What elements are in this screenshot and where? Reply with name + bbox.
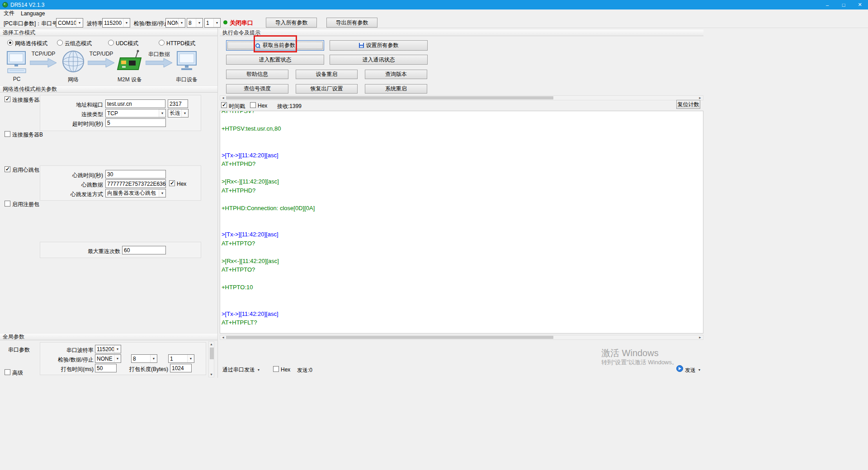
timestamp-label[interactable]: 时间戳 [229, 103, 245, 110]
com-port-select[interactable]: COM10 [56, 18, 83, 28]
server-a-label[interactable]: 连接服务器A [12, 96, 43, 104]
packlen-input[interactable]: 1024 [170, 364, 192, 372]
scroll-left-icon[interactable] [221, 335, 226, 339]
set-params-button[interactable]: 设置所有参数 [330, 40, 428, 51]
server-a-port-input[interactable]: 2317 [168, 99, 188, 108]
close-button[interactable]: ✕ [852, 0, 868, 9]
g-baud-select[interactable]: 115200 [95, 345, 121, 353]
log-hex-checkbox[interactable] [250, 102, 256, 108]
import-params-button[interactable]: 导入所有参数 [266, 18, 317, 28]
conn-type-select[interactable]: TCP [105, 109, 166, 118]
mode-label-udc[interactable]: UDC模式 [116, 40, 138, 47]
device-reboot-button[interactable]: 设备重启 [296, 70, 358, 79]
g-stopbits-select[interactable]: 1 [168, 354, 194, 363]
query-signal-label: 查信号强度 [244, 85, 271, 93]
reconnect-input[interactable]: 60 [122, 246, 166, 254]
mode-label-httpd[interactable]: HTTPD模式 [166, 40, 195, 47]
maximize-button[interactable]: □ [835, 0, 852, 9]
set-params-label: 设置所有参数 [366, 42, 399, 49]
app-window: DR514 V2.1.3 – □ ✕ 文件 Language [PC串口参数]：… [0, 0, 868, 470]
heartbeat-checkbox[interactable] [5, 166, 10, 172]
activate-windows-watermark-sub: 转到“设置”以激活 Windows。 [601, 358, 678, 367]
register-label[interactable]: 启用注册包 [12, 201, 39, 208]
enter-comm-button[interactable]: 进入通讯状态 [330, 55, 428, 65]
log-line [222, 292, 702, 301]
log-line: >[Tx->][11:42:20][asc] [222, 230, 702, 239]
timestamp-checkbox[interactable] [221, 102, 227, 108]
register-checkbox[interactable] [5, 201, 10, 207]
hb-mode-select[interactable]: 向服务器发送心跳包 [105, 189, 166, 197]
system-reboot-button[interactable]: 系统重启 [365, 84, 427, 94]
export-params-button[interactable]: 导出所有参数 [326, 18, 377, 28]
mode-radio-net-passthrough[interactable] [7, 40, 13, 46]
log-lines: AT+HTPSV?+HTPSV:test.usr.cn,80>[Tx->][11… [220, 111, 703, 327]
log-hscrollbar-top[interactable] [220, 95, 703, 100]
scroll-right-icon[interactable] [698, 96, 703, 100]
log-line [222, 221, 702, 230]
reset-count-button[interactable]: 复位计数 [676, 100, 700, 109]
send-hex-checkbox[interactable] [273, 366, 279, 372]
log-hscrollbar-bottom[interactable] [220, 335, 703, 340]
globalparams-vscrollbar[interactable] [208, 341, 214, 377]
databits-select[interactable]: 8 [187, 18, 203, 28]
menu-file[interactable]: 文件 [4, 9, 14, 17]
keepalive-select[interactable]: 长连 [168, 109, 189, 118]
hb-hex-checkbox[interactable] [169, 180, 175, 186]
server-a-checkbox[interactable] [5, 96, 10, 102]
heartbeat-label[interactable]: 启用心跳包 [12, 166, 39, 174]
advanced-label[interactable]: 高级 [12, 369, 23, 377]
g-parity-value: NONE [95, 356, 114, 362]
help-button[interactable]: 帮助信息 [226, 70, 288, 79]
scroll-right-icon[interactable] [698, 335, 703, 339]
server-a-address-input[interactable]: test.usr.cn [105, 99, 165, 108]
server-b-checkbox[interactable] [5, 131, 10, 137]
factory-reset-button[interactable]: 恢复出厂设置 [296, 84, 358, 94]
send-via-serial-dropdown[interactable]: 通过串口发送 [222, 365, 255, 374]
mode-label-net-passthrough[interactable]: 网络透传模式 [15, 40, 47, 47]
packtime-input[interactable]: 50 [95, 364, 117, 372]
send-button[interactable]: 发送 [685, 367, 696, 374]
send-via-serial-label: 通过串口发送 [222, 366, 255, 374]
scroll-up-icon[interactable] [209, 342, 214, 346]
scroll-thumb[interactable] [210, 348, 214, 359]
log-line [222, 116, 702, 125]
advanced-checkbox[interactable] [5, 369, 10, 375]
enter-config-button[interactable]: 进入配置状态 [226, 55, 324, 65]
query-version-button[interactable]: 查询版本 [365, 70, 427, 79]
mode-radio-cloud[interactable] [57, 40, 63, 46]
network-globe-icon [61, 50, 85, 73]
reconnect-group [40, 242, 201, 258]
log-hex-label[interactable]: Hex [258, 103, 267, 109]
timeout-input[interactable]: 5 [105, 118, 166, 127]
mode-radio-httpd[interactable] [159, 40, 165, 46]
baud-label: 波特率 [87, 20, 103, 28]
stopbits-select[interactable]: 1 [204, 18, 221, 28]
g-parity-select[interactable]: NONE [95, 354, 121, 363]
log-area[interactable]: AT+HTPSV?+HTPSV:test.usr.cn,80>[Tx->][11… [220, 111, 703, 334]
menu-language[interactable]: Language [21, 10, 45, 17]
hb-data-label: 心跳数据 [53, 181, 103, 189]
baud-select[interactable]: 115200 [102, 18, 130, 28]
parity-select[interactable]: NONI [165, 18, 185, 28]
mode-label-cloud[interactable]: 云组态模式 [65, 40, 92, 47]
server-b-label[interactable]: 连接服务器B [12, 131, 43, 139]
scroll-thumb[interactable] [226, 96, 553, 99]
send-hex-label[interactable]: Hex [281, 367, 290, 373]
dropdown-arrow-icon[interactable]: ▾ [258, 368, 259, 372]
query-signal-button[interactable]: 查信号强度 [226, 84, 288, 94]
scroll-left-icon[interactable] [221, 96, 226, 100]
close-port-button[interactable]: 关闭串口 [230, 19, 253, 27]
mode-radio-udc[interactable] [108, 40, 114, 46]
minimize-button[interactable]: – [819, 0, 835, 9]
serial-group-label: 串口参数 [8, 346, 30, 354]
dropdown-arrow-icon[interactable]: ▾ [698, 368, 700, 372]
dropdown-arrow-icon [187, 355, 194, 362]
scroll-thumb[interactable] [226, 336, 553, 339]
hb-time-input[interactable]: 30 [105, 170, 166, 179]
enter-comm-label: 进入通讯状态 [363, 56, 395, 64]
dropdown-arrow-icon [213, 19, 220, 27]
hb-data-input[interactable]: 7777772E7573722E636E [105, 179, 166, 188]
g-databits-select[interactable]: 8 [131, 354, 157, 363]
hb-hex-label[interactable]: Hex [177, 181, 186, 187]
scroll-down-icon[interactable] [209, 372, 214, 376]
